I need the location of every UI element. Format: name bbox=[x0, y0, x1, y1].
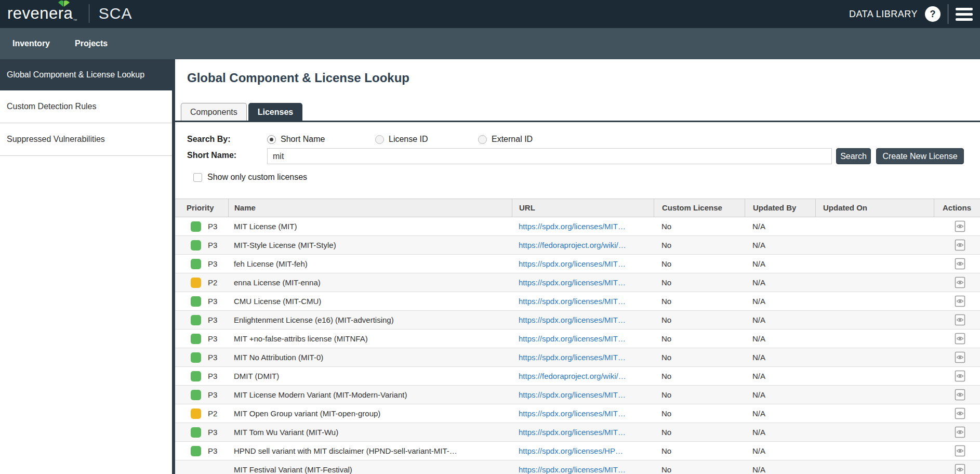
url-cell: https://spdx.org/licenses/MIT… bbox=[512, 292, 654, 310]
radio-button-icon[interactable] bbox=[375, 135, 384, 144]
view-license-icon[interactable] bbox=[955, 351, 965, 363]
url-cell: https://fedoraproject.org/wiki/… bbox=[512, 367, 654, 385]
url-cell: https://spdx.org/licenses/MIT… bbox=[512, 330, 654, 348]
main-content: Global Component & License Lookup Compon… bbox=[175, 59, 980, 474]
license-name-cell: MIT License (MIT) bbox=[228, 217, 512, 235]
tab-components[interactable]: Components bbox=[181, 103, 247, 121]
column-header-url[interactable]: URL bbox=[512, 199, 654, 217]
column-header-updated-on[interactable]: Updated On bbox=[815, 199, 934, 217]
help-icon[interactable]: ? bbox=[925, 6, 941, 22]
table-row: P2 MIT Open Group variant (MIT-open-grou… bbox=[175, 404, 980, 423]
column-header-priority[interactable]: Priority bbox=[175, 199, 228, 217]
tab-licenses[interactable]: Licenses bbox=[248, 103, 302, 121]
priority-label: P3 bbox=[208, 367, 217, 385]
view-license-icon[interactable] bbox=[955, 258, 965, 270]
priority-badge bbox=[191, 221, 201, 232]
search-button[interactable]: Search bbox=[836, 148, 871, 164]
license-url-link[interactable]: https://spdx.org/licenses/HP… bbox=[519, 446, 623, 455]
view-license-icon[interactable] bbox=[955, 370, 965, 382]
url-cell: https://spdx.org/licenses/MIT… bbox=[512, 311, 654, 329]
menu-hamburger-icon[interactable] bbox=[956, 8, 973, 21]
priority-label: P3 bbox=[208, 330, 217, 348]
table-row: P3 Enlightenment License (e16) (MIT-adve… bbox=[175, 311, 980, 330]
nav-item-projects[interactable]: Projects bbox=[75, 35, 108, 52]
view-license-icon[interactable] bbox=[955, 314, 965, 326]
updated-on-cell bbox=[815, 255, 934, 273]
updated-on-cell bbox=[815, 423, 934, 441]
column-header-custom-license[interactable]: Custom License bbox=[654, 199, 745, 217]
license-url-link[interactable]: https://spdx.org/licenses/MIT… bbox=[519, 259, 626, 268]
table-row: P3 MIT License (MIT) https://spdx.org/li… bbox=[175, 217, 980, 236]
license-url-link[interactable]: https://spdx.org/licenses/MIT… bbox=[519, 353, 626, 362]
search-by-row: Search By: Short Name License ID Externa… bbox=[175, 132, 980, 147]
license-url-link[interactable]: https://spdx.org/licenses/MIT… bbox=[519, 222, 626, 231]
actions-cell bbox=[934, 386, 980, 404]
license-url-link[interactable]: https://fedoraproject.org/wiki/… bbox=[519, 372, 626, 380]
priority-cell: P3 bbox=[175, 330, 228, 348]
updated-by-cell: N/A bbox=[745, 386, 815, 404]
updated-on-cell bbox=[815, 460, 934, 474]
app-window: revenera™ SCA DATA LIBRARY ? Inventory P… bbox=[0, 0, 980, 474]
license-url-link[interactable]: https://fedoraproject.org/wiki/… bbox=[519, 241, 626, 249]
url-cell: https://spdx.org/licenses/MIT… bbox=[512, 348, 654, 366]
license-url-link[interactable]: https://spdx.org/licenses/MIT… bbox=[519, 297, 626, 306]
license-name-cell: MIT No Attribution (MIT-0) bbox=[228, 348, 512, 366]
view-license-icon[interactable] bbox=[955, 464, 965, 474]
priority-badge bbox=[191, 390, 201, 400]
view-license-icon[interactable] bbox=[955, 389, 965, 401]
table-row: P3 MIT +no-false-attribs license (MITNFA… bbox=[175, 330, 980, 348]
actions-cell bbox=[934, 217, 980, 235]
updated-on-cell bbox=[815, 217, 934, 235]
license-name-cell: MIT +no-false-attribs license (MITNFA) bbox=[228, 330, 512, 348]
radio-button-icon[interactable] bbox=[267, 135, 276, 144]
license-url-link[interactable]: https://spdx.org/licenses/MIT… bbox=[519, 465, 626, 474]
priority-badge bbox=[191, 427, 201, 438]
priority-badge bbox=[191, 259, 201, 269]
custom-license-cell: No bbox=[654, 311, 745, 329]
license-url-link[interactable]: https://spdx.org/licenses/MIT… bbox=[519, 315, 626, 324]
license-url-link[interactable]: https://spdx.org/licenses/MIT… bbox=[519, 409, 626, 418]
view-license-icon[interactable] bbox=[955, 276, 965, 288]
view-license-icon[interactable] bbox=[955, 445, 965, 457]
radio-option-label: External ID bbox=[492, 135, 533, 144]
priority-cell: P3 bbox=[175, 442, 228, 460]
column-header-name[interactable]: Name bbox=[228, 199, 512, 217]
brand-logo: revenera™ SCA bbox=[7, 4, 133, 23]
license-url-link[interactable]: https://spdx.org/licenses/MIT… bbox=[519, 334, 626, 343]
priority-badge bbox=[191, 371, 201, 381]
license-name-cell: DMIT (DMIT) bbox=[228, 367, 512, 385]
actions-cell bbox=[934, 404, 980, 423]
actions-cell bbox=[934, 292, 980, 310]
data-library-label[interactable]: DATA LIBRARY bbox=[849, 9, 918, 20]
updated-by-cell: N/A bbox=[745, 460, 815, 474]
updated-on-cell bbox=[815, 386, 934, 404]
license-name-cell: MIT Festival Variant (MIT-Festival) bbox=[228, 460, 512, 474]
view-license-icon[interactable] bbox=[955, 220, 965, 232]
url-cell: https://spdx.org/licenses/MIT… bbox=[512, 255, 654, 273]
view-license-icon[interactable] bbox=[955, 333, 965, 345]
custom-license-cell: No bbox=[654, 442, 745, 460]
table-row: P3 HPND sell variant with MIT disclaimer… bbox=[175, 442, 980, 460]
view-license-icon[interactable] bbox=[955, 426, 965, 438]
column-header-updated-by[interactable]: Updated By bbox=[745, 199, 815, 217]
priority-badge bbox=[191, 446, 201, 456]
search-by-radio-option[interactable]: Short Name bbox=[267, 132, 325, 147]
sidebar-item-global-component-license-lookup[interactable]: Global Component & License Lookup bbox=[0, 59, 172, 90]
show-only-custom-licenses-checkbox[interactable] bbox=[193, 173, 202, 182]
search-by-radio-option[interactable]: External ID bbox=[478, 132, 533, 147]
actions-cell bbox=[934, 273, 980, 292]
priority-label: P3 bbox=[208, 348, 217, 366]
view-license-icon[interactable] bbox=[955, 295, 965, 307]
view-license-icon[interactable] bbox=[955, 407, 965, 419]
nav-item-inventory[interactable]: Inventory bbox=[12, 35, 50, 52]
sidebar-item-suppressed-vulnerabilities[interactable]: Suppressed Vulnerabilities bbox=[0, 123, 172, 156]
license-url-link[interactable]: https://spdx.org/licenses/MIT… bbox=[519, 390, 626, 399]
sidebar-item-custom-detection-rules[interactable]: Custom Detection Rules bbox=[0, 90, 172, 123]
short-name-input[interactable] bbox=[267, 148, 832, 164]
view-license-icon[interactable] bbox=[955, 239, 965, 251]
license-url-link[interactable]: https://spdx.org/licenses/MIT… bbox=[519, 428, 626, 437]
license-url-link[interactable]: https://spdx.org/licenses/MIT… bbox=[519, 278, 626, 287]
radio-button-icon[interactable] bbox=[478, 135, 487, 144]
create-new-license-button[interactable]: Create New License bbox=[876, 148, 964, 164]
search-by-radio-option[interactable]: License ID bbox=[375, 132, 428, 147]
